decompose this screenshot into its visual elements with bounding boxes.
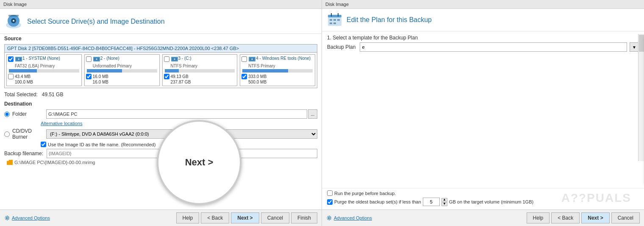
right-adv-options-label: Advanced Options xyxy=(334,215,372,220)
disk-image-icon xyxy=(5,13,22,30)
cancel-button[interactable]: Cancel xyxy=(261,212,289,223)
svg-point-7 xyxy=(18,59,19,60)
partition-1-header: 1 - SYSTEM (None) xyxy=(8,56,80,63)
partition-1-sizes: 43.4 MB xyxy=(8,74,80,79)
partition-4-size2: 500.0 MB xyxy=(248,80,266,84)
svg-rect-25 xyxy=(330,22,332,24)
partition-1-size1: 43.4 MB xyxy=(15,74,31,79)
partition-2-sizes: 16.0 MB xyxy=(86,74,158,79)
svg-rect-22 xyxy=(330,19,332,21)
purge-gb-input[interactable] xyxy=(423,198,440,206)
left-adv-options[interactable]: Advanced Options xyxy=(4,215,50,221)
right-next-button[interactable]: Next > xyxy=(581,212,609,223)
svg-rect-19 xyxy=(328,15,341,17)
svg-point-3 xyxy=(13,20,14,22)
right-help-button[interactable]: Help xyxy=(527,212,550,223)
partition-3-checkbox[interactable] xyxy=(164,56,169,62)
right-back-button[interactable]: < Back xyxy=(551,212,580,223)
partition-2-size-cb[interactable] xyxy=(86,74,92,79)
partitions-row: 1 - SYSTEM (None) FAT32 (LBA) Primary 43… xyxy=(5,53,317,88)
folder-browse-btn[interactable]: ... xyxy=(308,109,317,119)
right-adv-options[interactable]: Advanced Options xyxy=(326,215,372,221)
disk-container: GPT Disk 2 [57DE08B5-D551-490F-84CD-B4B0… xyxy=(4,44,317,88)
partition-3-size-cb[interactable] xyxy=(164,74,169,79)
svg-point-13 xyxy=(174,59,175,60)
partition-3-bar-container xyxy=(165,69,235,73)
backup-plan-row: Backup Plan ▼ xyxy=(327,42,639,52)
help-button[interactable]: Help xyxy=(176,212,200,223)
left-header-title: Select Source Drive(s) and Image Destina… xyxy=(27,18,165,25)
purge-section: Run the purge before backup. Purge the o… xyxy=(322,188,644,209)
output-path-text: G:\IMAGE PC\{IMAGEID}-00-00.mrimg xyxy=(14,160,95,165)
destination-label: Destination xyxy=(0,99,322,108)
right-panel: Disk Image Edit the Plan for this Backup… xyxy=(322,0,644,226)
folder-input[interactable] xyxy=(46,109,307,119)
right-gear-icon xyxy=(326,215,332,221)
svg-point-27 xyxy=(328,217,330,219)
alt-locations-link[interactable]: Alternative locations xyxy=(41,121,82,126)
left-body: Source GPT Disk 2 [57DE08B5-D551-490F-84… xyxy=(0,34,322,226)
backup-plan-label: Backup Plan xyxy=(327,44,355,50)
partition-4-size1: 333.0 MB xyxy=(248,74,266,79)
purge-oldest-label: Purge the oldest backup set(s) if less t… xyxy=(334,199,421,204)
purge-gb-suffix: GB on the target volume (minimum 1GB) xyxy=(449,199,533,204)
partition-4-checkbox[interactable] xyxy=(242,56,247,62)
partition-1-sizes2: 100.0 MB xyxy=(8,80,80,84)
partition-1: 1 - SYSTEM (None) FAT32 (LBA) Primary 43… xyxy=(6,54,82,86)
dropdown-scrollbar[interactable] xyxy=(638,34,644,161)
backup-plan-dropdown-btn[interactable]: ▼ xyxy=(630,42,639,52)
partition-3-size2: 237.87 GB xyxy=(171,80,191,84)
partition-1-checkbox[interactable] xyxy=(8,56,14,62)
dvd-label: CD/DVD Burner xyxy=(12,128,46,140)
partition-1-size2: 100.0 MB xyxy=(15,80,33,84)
partition-4-sizes: 333.0 MB xyxy=(242,74,314,79)
partition-1-name: 1 - SYSTEM (None) xyxy=(22,56,60,61)
hdd-icon-2 xyxy=(93,56,100,63)
partition-2: 2 - (None) Unformatted Primary 16.0 MB 1… xyxy=(84,54,160,86)
partition-2-bar-container xyxy=(87,69,157,73)
svg-rect-23 xyxy=(333,19,336,21)
partition-2-sizes2: 16.0 MB xyxy=(86,80,158,84)
right-cancel-button[interactable]: Cancel xyxy=(611,212,640,223)
back-button[interactable]: < Back xyxy=(201,212,229,223)
next-button[interactable]: Next > xyxy=(231,212,259,223)
folder-radio[interactable] xyxy=(4,112,10,117)
svg-rect-26 xyxy=(333,22,336,24)
partition-2-name: 2 - (None) xyxy=(100,56,119,61)
left-bottom-bar: Advanced Options Help < Back Next > Canc… xyxy=(0,209,322,226)
purge-spinner: ▲ ▼ xyxy=(441,198,447,206)
purge-before-checkbox[interactable] xyxy=(327,190,333,196)
partition-4-bar-container xyxy=(242,69,313,73)
svg-rect-4 xyxy=(8,15,19,17)
partition-1-size-cb[interactable] xyxy=(8,74,14,79)
right-bottom-buttons: Help < Back Next > Cancel xyxy=(527,212,640,223)
purge-oldest-checkbox[interactable] xyxy=(327,199,333,205)
finish-button[interactable]: Finish xyxy=(291,212,317,223)
source-label: Source xyxy=(0,34,322,42)
total-selected-value: 49.51 GB xyxy=(42,92,64,98)
svg-point-17 xyxy=(6,217,8,219)
folder-input-container: ... xyxy=(46,109,317,119)
magnifier-overlay: Next > xyxy=(157,120,242,205)
partition-4-name: 4 - Windows RE tools (None) xyxy=(256,56,311,61)
total-selected-label: Total Selected: xyxy=(4,92,38,98)
purge-up-btn[interactable]: ▲ xyxy=(441,198,447,202)
filename-label: Backup filename: xyxy=(4,151,47,156)
right-header-title: Edit the Plan for this Backup xyxy=(347,16,432,24)
purge-down-btn[interactable]: ▼ xyxy=(441,202,447,206)
imageid-label: Use the Image ID as the file name. (Reco… xyxy=(48,142,155,147)
left-title-bar: Disk Image xyxy=(0,0,322,9)
svg-rect-24 xyxy=(337,19,340,21)
right-bottom-bar: Advanced Options Help < Back Next > Canc… xyxy=(322,209,644,226)
disk-header: GPT Disk 2 [57DE08B5-D551-490F-84CD-B4B0… xyxy=(5,45,317,53)
partition-4-size-cb[interactable] xyxy=(242,74,247,79)
backup-plan-input[interactable] xyxy=(360,42,627,52)
svg-point-10 xyxy=(96,59,97,60)
partition-1-bar-container xyxy=(9,69,79,73)
purge-before-row: Run the purge before backup. xyxy=(327,190,639,196)
backup-plan-icon xyxy=(327,12,342,28)
partition-2-checkbox[interactable] xyxy=(86,56,92,62)
hdd-icon-1 xyxy=(15,56,22,63)
imageid-checkbox[interactable] xyxy=(41,142,46,147)
dvd-radio[interactable] xyxy=(4,131,10,137)
